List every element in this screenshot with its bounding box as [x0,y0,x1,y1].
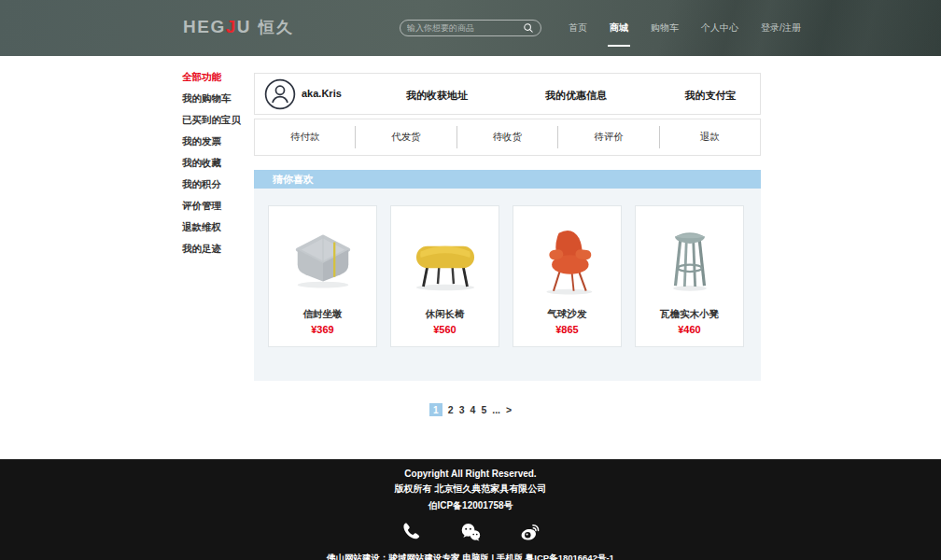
footer-company: 版权所有 北京恒久典范家具有限公司 [0,483,941,496]
sidebar-item-points[interactable]: 我的积分 [182,179,241,189]
nav-item-personal-center[interactable]: 个人中心 [700,18,739,38]
product-price: ¥369 [311,324,333,335]
weibo-icon[interactable] [518,521,541,544]
product-name: 信封坐墩 [303,308,343,321]
phone-icon[interactable] [400,521,424,544]
logo-part: U [237,17,251,36]
tab-refund[interactable]: 退款 [660,131,760,144]
nav-item-cart[interactable]: 购物车 [650,18,680,38]
product-image-wood-stool [646,214,734,301]
logo-chinese: 恒久 [259,19,294,36]
product-image-balloon-sofa [524,214,611,301]
sidebar-item-my-cart[interactable]: 我的购物车 [182,93,241,104]
product-card-balloon-sofa[interactable]: 气球沙发 ¥865 [513,205,622,347]
recommend-title-bar: 猜你喜欢 [254,170,761,189]
sidebar-item-invoices[interactable]: 我的发票 [182,136,241,147]
product-price: ¥560 [433,324,456,335]
profile-panel: aka.Kris 我的收获地址 我的优惠信息 我的支付宝 [254,73,761,115]
username: aka.Kris [302,88,342,99]
product-price: ¥460 [678,324,700,335]
search-input[interactable] [407,23,523,33]
tab-to-receive[interactable]: 待收货 [457,131,557,144]
product-name: 休闲长椅 [426,308,465,321]
sidebar-item-purchased[interactable]: 已买到的宝贝 [182,115,241,125]
footer: Copyright All Right Reserved. 版权所有 北京恒久典… [0,459,941,560]
tab-to-ship[interactable]: 代发货 [356,131,456,144]
pagination-page-2[interactable]: 2 [448,404,454,415]
header: HEGJU恒久 首页 商城 购物车 个人中心 登录/注册 [0,0,941,56]
sidebar-item-review-management[interactable]: 评价管理 [182,201,241,211]
wechat-icon[interactable] [459,521,483,544]
nav-item-login-register[interactable]: 登录/注册 [760,18,802,38]
page: HEGJU恒久 首页 商城 购物车 个人中心 登录/注册 全部功能 我的购物车 … [0,0,941,560]
footer-social-icons [0,521,941,544]
pagination-ellipsis: ... [492,404,500,415]
avatar[interactable] [264,78,296,110]
footer-copyright: Copyright All Right Reserved. [0,459,941,479]
brand-logo[interactable]: HEGJU恒久 [183,17,294,38]
sidebar-item-all-functions[interactable]: 全部功能 [182,72,241,82]
product-card-wood-stool[interactable]: 瓦檐实木小凳 ¥460 [635,205,744,347]
product-card-envelope-pouf[interactable]: 信封坐墩 ¥369 [268,205,377,347]
tab-to-review[interactable]: 待评价 [558,131,658,144]
pagination-page-5[interactable]: 5 [481,404,486,415]
search-icon[interactable] [523,22,534,34]
sidebar: 全部功能 我的购物车 已买到的宝贝 我的发票 我的收藏 我的积分 评价管理 退款… [182,72,241,265]
recommend-panel: 猜你喜欢 信封坐墩 ¥369 [254,170,761,381]
footer-builder-links[interactable]: 佛山网站建设：骏域网站建设专家 电脑版 | 手机版 粤ICP备18016642号… [327,553,614,560]
product-name: 瓦檐实木小凳 [660,308,719,321]
sidebar-item-favorites[interactable]: 我的收藏 [182,158,241,168]
logo-part: HEG [183,17,226,36]
product-image-leisure-bench [401,214,489,301]
sidebar-item-footprints[interactable]: 我的足迹 [182,244,241,254]
pagination-next-button[interactable]: > [506,404,512,415]
nav-item-home[interactable]: 首页 [568,18,588,38]
search-bar [400,20,541,36]
product-name: 气球沙发 [548,308,587,321]
main-nav: 首页 商城 购物车 个人中心 登录/注册 [568,0,802,56]
nav-item-mall[interactable]: 商城 [609,18,629,38]
footer-icp: 伯ICP备12001758号 [0,499,941,512]
pagination-page-3[interactable]: 3 [459,404,465,415]
logo-accent: J [226,17,237,36]
pagination-page-4[interactable]: 4 [470,404,476,415]
pagination: 1 2 3 4 5 ... > [0,403,941,416]
product-card-list: 信封坐墩 ¥369 休闲长椅 ¥560 [268,205,744,347]
pagination-page-1-current[interactable]: 1 [429,403,442,416]
product-card-leisure-bench[interactable]: 休闲长椅 ¥560 [390,205,499,347]
order-status-tabs: 待付款 代发货 待收货 待评价 退款 [254,119,761,156]
profile-link-shipping-address[interactable]: 我的收获地址 [406,89,468,103]
sidebar-item-refund-rights[interactable]: 退款维权 [182,222,241,232]
profile-link-coupon-info[interactable]: 我的优惠信息 [545,89,607,103]
tab-pending-payment[interactable]: 待付款 [255,131,355,144]
profile-link-alipay[interactable]: 我的支付宝 [685,89,737,103]
product-image-envelope-pouf [279,214,367,301]
product-price: ¥865 [555,324,578,335]
